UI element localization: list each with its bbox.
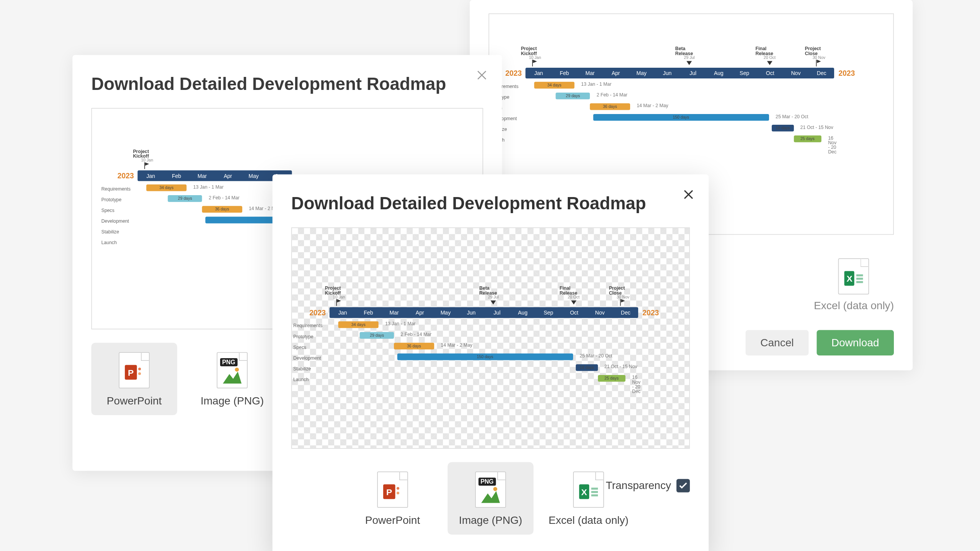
format-excel-label: Excel (data only): [549, 515, 629, 527]
powerpoint-icon: P: [119, 352, 150, 388]
excel-icon: X: [573, 471, 604, 508]
format-row-front: P PowerPoint PNG Image (PNG) X Excel (da…: [273, 449, 709, 551]
png-icon: PNG: [217, 352, 248, 388]
powerpoint-icon: P: [377, 471, 408, 508]
download-modal-front: Download Detailed Development Roadmap Pr…: [273, 174, 709, 551]
download-button[interactable]: Download: [817, 330, 894, 355]
close-button-front[interactable]: [681, 186, 697, 202]
modal-title-front: Download Detailed Development Roadmap: [273, 174, 709, 227]
format-png-label: Image (PNG): [201, 395, 264, 408]
format-powerpoint-label: PowerPoint: [365, 515, 420, 527]
format-png-label: Image (PNG): [459, 515, 522, 527]
action-row-back: Cancel Download: [746, 330, 894, 355]
modal-title-back-left: Download Detailed Development Roadmap: [72, 55, 502, 108]
png-icon: PNG: [475, 471, 506, 508]
transparency-option: Transparency: [606, 479, 690, 492]
format-powerpoint-label: PowerPoint: [107, 395, 162, 408]
format-powerpoint-front[interactable]: P PowerPoint: [350, 462, 435, 535]
format-png-front[interactable]: PNG Image (PNG): [448, 462, 533, 535]
format-excel-back[interactable]: X Excel (data only): [814, 258, 894, 312]
format-excel-front[interactable]: X Excel (data only): [546, 462, 631, 535]
cancel-button[interactable]: Cancel: [746, 330, 808, 355]
transparency-label: Transparency: [606, 479, 671, 492]
chart-preview-front: Project Kickoff10 JanBeta Release29 JulF…: [291, 227, 690, 448]
transparency-checkbox[interactable]: [676, 479, 690, 492]
gantt-chart-front: Project Kickoff10 JanBeta Release29 JulF…: [292, 228, 689, 448]
excel-icon: X: [838, 258, 869, 295]
format-excel-label: Excel (data only): [814, 300, 894, 312]
format-png-left[interactable]: PNG Image (PNG): [189, 343, 275, 415]
format-powerpoint[interactable]: P PowerPoint: [91, 343, 177, 415]
close-button-back-left[interactable]: [474, 67, 490, 83]
